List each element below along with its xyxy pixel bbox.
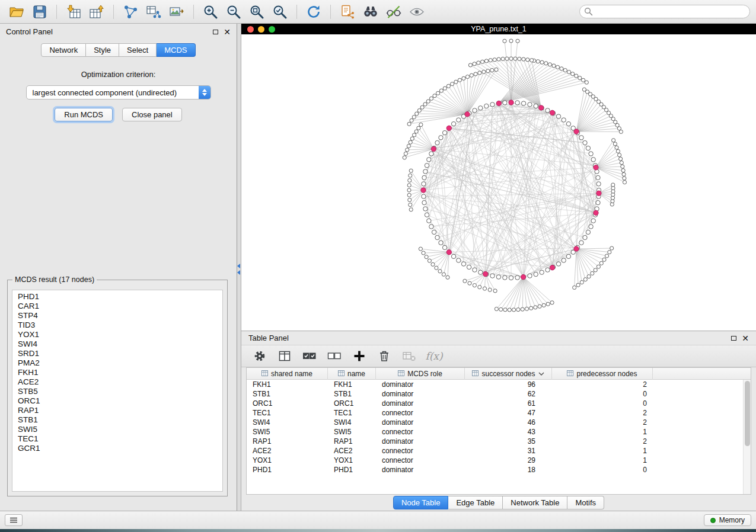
deselect-all-icon[interactable] <box>326 348 343 364</box>
mcds-result-item[interactable]: STB1 <box>12 415 222 425</box>
close-panel-icon[interactable]: ✕ <box>224 29 231 35</box>
close-panel-button[interactable]: Close panel <box>122 108 182 121</box>
mcds-result-item[interactable]: SWI5 <box>12 425 222 434</box>
column-header-MCDS-role[interactable]: MCDS role <box>376 368 465 380</box>
tab-edge-table[interactable]: Edge Table <box>448 496 503 509</box>
scrollbar-thumb[interactable] <box>745 381 750 446</box>
cell-number: 46 <box>465 418 552 427</box>
select-all-icon[interactable] <box>301 348 318 364</box>
control-panel-header: Control Panel ✕ <box>0 24 237 40</box>
float-table-panel-icon[interactable] <box>731 336 736 341</box>
mcds-result-item[interactable]: SRD1 <box>12 349 222 358</box>
cell-text: RAP1 <box>247 437 328 446</box>
memory-button[interactable]: Memory <box>704 514 751 526</box>
mcds-result-item[interactable]: PHD1 <box>12 292 222 302</box>
optimization-criterion-dropdown[interactable]: largest connected component (undirected) <box>26 85 211 100</box>
mcds-result-item[interactable]: RAP1 <box>12 406 222 415</box>
table-row[interactable]: TEC1TEC1connector472 <box>247 408 751 418</box>
mcds-result-item[interactable]: TID3 <box>12 321 222 330</box>
tab-mcds[interactable]: MCDS <box>157 43 195 57</box>
tab-motifs[interactable]: Motifs <box>567 496 604 509</box>
table-row[interactable]: ACE2ACE2connector311 <box>247 446 751 456</box>
cell-number: 0 <box>552 389 653 399</box>
application-window: Control Panel ✕ NetworkStyleSelectMCDS O… <box>0 0 756 529</box>
table-row[interactable]: YOX1YOX1connector291 <box>247 456 751 465</box>
column-header-successor-nodes[interactable]: successor nodes <box>465 368 552 380</box>
export-table-icon[interactable] <box>86 3 107 21</box>
hide-graphics-icon[interactable] <box>383 3 404 21</box>
column-header-name[interactable]: name <box>328 368 376 380</box>
cell-text: ORC1 <box>247 399 328 408</box>
table-row[interactable]: ORC1ORC1dominator610 <box>247 399 751 408</box>
cell-text: TEC1 <box>247 408 328 418</box>
tab-select[interactable]: Select <box>119 43 157 57</box>
delete-column-icon[interactable] <box>375 348 393 364</box>
mcds-result-item[interactable]: STP4 <box>12 311 222 321</box>
cell-number: 2 <box>552 418 653 427</box>
table-panel: Table Panel ✕ <box>241 331 756 511</box>
table-row[interactable]: FKH1FKH1dominator962 <box>247 380 751 389</box>
mcds-result-item[interactable]: YOX1 <box>12 330 222 339</box>
cell-number: 61 <box>465 399 552 408</box>
cell-number: 47 <box>465 408 552 418</box>
clear-table-icon <box>400 348 418 364</box>
export-image-icon[interactable] <box>166 3 187 21</box>
close-table-panel-icon[interactable]: ✕ <box>742 335 749 341</box>
import-table-icon[interactable] <box>63 3 84 21</box>
zoom-selected-icon[interactable] <box>269 3 291 21</box>
run-mcds-button[interactable]: Run MCDS <box>55 108 113 121</box>
splitter-collapse-icon[interactable] <box>237 264 240 275</box>
tab-style[interactable]: Style <box>86 43 119 57</box>
mcds-result-item[interactable]: ORC1 <box>12 396 222 406</box>
share-network-icon[interactable] <box>120 3 141 21</box>
table-row[interactable]: SWI5SWI5connector431 <box>247 427 751 437</box>
network-canvas[interactable] <box>241 34 756 331</box>
cell-text: dominator <box>376 380 465 389</box>
mcds-result-item[interactable]: CAR1 <box>12 302 222 311</box>
open-file-icon[interactable] <box>6 3 27 21</box>
network-from-table-icon[interactable] <box>143 3 164 21</box>
show-graphics-icon[interactable] <box>406 3 428 21</box>
tab-node-table[interactable]: Node Table <box>393 496 449 509</box>
table-panel-header: Table Panel ✕ <box>241 331 756 345</box>
function-builder-icon: f(x) <box>425 348 443 364</box>
mcds-result-item[interactable]: SWI4 <box>12 339 222 349</box>
main-toolbar-icons <box>6 3 428 21</box>
find-icon[interactable] <box>360 3 381 21</box>
search-input[interactable] <box>579 5 750 18</box>
table-row[interactable]: SWI4SWI4dominator462 <box>247 418 751 427</box>
table-row[interactable]: STB1STB1dominator620 <box>247 389 751 399</box>
float-window-icon[interactable] <box>213 30 218 34</box>
mcds-result-item[interactable]: GCR1 <box>12 444 222 453</box>
column-header-shared-name[interactable]: shared name <box>247 368 328 380</box>
show-columns-icon[interactable] <box>276 348 294 364</box>
table-scrollbar[interactable] <box>743 380 751 494</box>
cell-number: 18 <box>465 465 552 475</box>
save-icon[interactable] <box>29 3 50 21</box>
add-column-icon[interactable] <box>350 348 368 364</box>
column-header-predecessor-nodes[interactable]: predecessor nodes <box>552 368 653 380</box>
cell-text: STB1 <box>328 389 376 399</box>
mcds-result-item[interactable]: FKH1 <box>12 368 222 377</box>
cell-text: TEC1 <box>328 408 376 418</box>
zoom-fit-icon[interactable] <box>246 3 267 21</box>
task-history-icon[interactable] <box>5 514 23 526</box>
tab-network[interactable]: Network <box>41 43 86 57</box>
table-row[interactable]: PHD1PHD1dominator180 <box>247 465 751 475</box>
mcds-result-item[interactable]: STB5 <box>12 387 222 396</box>
mcds-result-item[interactable]: ACE2 <box>12 377 222 387</box>
tab-network-table[interactable]: Network Table <box>503 496 567 509</box>
refresh-icon[interactable] <box>303 3 324 21</box>
mcds-result-item[interactable]: TEC1 <box>12 434 222 444</box>
mcds-result-item[interactable]: PMA2 <box>12 358 222 368</box>
mcds-result-list: PHD1CAR1STP4TID3YOX1SWI4SRD1PMA2FKH1ACE2… <box>12 290 223 492</box>
zoom-out-icon[interactable] <box>223 3 244 21</box>
table-settings-gear-icon[interactable] <box>251 348 269 364</box>
export-document-icon[interactable] <box>337 3 358 21</box>
cell-text: YOX1 <box>247 456 328 465</box>
table-row[interactable]: RAP1RAP1dominator352 <box>247 437 751 446</box>
memory-status-icon <box>710 518 716 523</box>
panel-splitter[interactable] <box>237 24 241 511</box>
network-graph[interactable] <box>241 34 756 331</box>
zoom-in-icon[interactable] <box>200 3 221 21</box>
